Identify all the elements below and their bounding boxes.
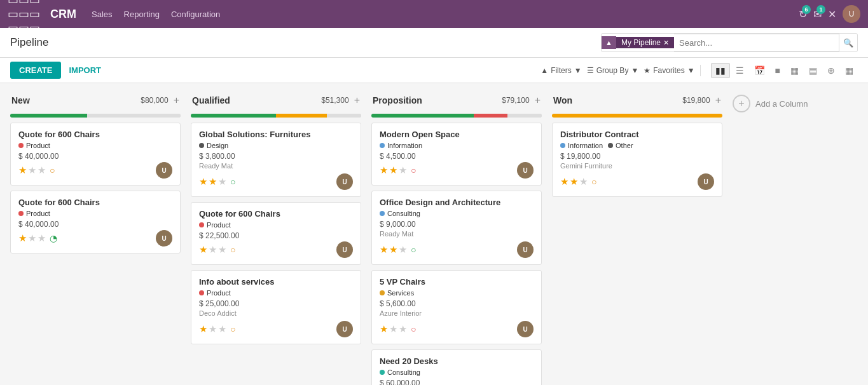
filters-chevron: ▼ xyxy=(574,66,582,75)
card-amount: $ 25,000.00 xyxy=(199,299,353,308)
star-0[interactable]: ★ xyxy=(380,244,388,255)
kanban-col-new: New $80,000 + Quote for 600 Chairs Produ… xyxy=(10,91,181,385)
star-0[interactable]: ★ xyxy=(199,323,207,335)
search-input[interactable] xyxy=(674,34,839,51)
updates-badge: 6 xyxy=(802,5,811,14)
filter-tag-label: My Pipeline xyxy=(621,38,661,47)
card-proposition-0[interactable]: Modern Open Space Information $ 4,500.00… xyxy=(371,123,542,186)
kanban-view-btn[interactable]: ▮▮ xyxy=(711,63,730,78)
star-2[interactable]: ★ xyxy=(38,165,46,176)
user-avatar-btn[interactable]: U xyxy=(843,5,860,23)
star-2[interactable]: ★ xyxy=(218,176,226,187)
updates-icon-btn[interactable]: ↻ 6 xyxy=(799,8,807,20)
star-2[interactable]: ★ xyxy=(38,233,46,244)
star-0[interactable]: ★ xyxy=(199,244,207,255)
app-logo: CRM xyxy=(50,8,76,21)
card-amount: $ 40,000.00 xyxy=(18,152,172,161)
col-header-won: Won $19,800 + xyxy=(552,91,722,110)
groupby-button[interactable]: ☰ Group By ▼ xyxy=(587,66,639,75)
bar-view-btn[interactable]: ▤ xyxy=(804,63,822,78)
card-amount: $ 5,600.00 xyxy=(380,299,534,308)
star-2[interactable]: ★ xyxy=(399,323,407,335)
menu-configuration[interactable]: Configuration xyxy=(171,10,220,19)
star-2[interactable]: ★ xyxy=(399,165,407,176)
messages-icon-btn[interactable]: ✉ 1 xyxy=(813,8,822,20)
col-header-new: New $80,000 + xyxy=(10,91,181,110)
col-add-qualified[interactable]: + xyxy=(354,95,360,106)
favorites-button[interactable]: ★ Favorites ▼ xyxy=(644,66,694,75)
card-stars: ★★★○ xyxy=(18,165,55,176)
tag-dot xyxy=(380,290,385,295)
priority-circle: ○ xyxy=(50,165,55,175)
activity-view-btn[interactable]: ▦ xyxy=(841,63,858,78)
chart-view-btn[interactable]: ▦ xyxy=(786,63,803,78)
star-0[interactable]: ★ xyxy=(18,165,27,176)
card-tag: Product xyxy=(199,289,231,297)
close-icon-btn[interactable]: ✕ xyxy=(828,8,836,20)
priority-circle: ○ xyxy=(230,245,235,255)
star-1[interactable]: ★ xyxy=(209,323,217,335)
card-footer: ★★★○ U xyxy=(380,162,534,179)
progress-bar-new xyxy=(10,114,181,118)
star-1[interactable]: ★ xyxy=(389,165,397,176)
card-amount: $ 40,000.00 xyxy=(18,220,172,229)
star-0[interactable]: ★ xyxy=(199,176,207,187)
card-won-0[interactable]: Distributor Contract Information Other $… xyxy=(552,123,722,197)
card-amount: $ 4,500.00 xyxy=(380,152,534,161)
card-proposition-1[interactable]: Office Design and Architecture Consultin… xyxy=(371,191,542,265)
card-proposition-3[interactable]: Need 20 Desks Consulting $ 60,000.00 ★★★… xyxy=(371,349,542,385)
pivot-view-btn[interactable]: ⊕ xyxy=(823,63,839,78)
import-button[interactable]: IMPORT xyxy=(69,65,101,75)
tag-label: Information xyxy=(568,142,603,149)
toolbar-right: ▲ Filters ▼ ☰ Group By ▼ ★ Favorites ▼ ▮… xyxy=(541,63,858,78)
progress-segment xyxy=(87,114,138,118)
star-1[interactable]: ★ xyxy=(389,244,397,255)
star-0[interactable]: ★ xyxy=(380,323,388,335)
menu-sales[interactable]: Sales xyxy=(92,10,113,19)
add-column-button[interactable]: + Add a Column xyxy=(733,95,808,112)
star-0[interactable]: ★ xyxy=(560,176,568,187)
priority-circle: ○ xyxy=(591,177,596,187)
star-1[interactable]: ★ xyxy=(570,176,578,187)
create-button[interactable]: CREATE xyxy=(10,62,61,79)
menu-reporting[interactable]: Reporting xyxy=(124,10,160,19)
groupby-chevron: ▼ xyxy=(631,66,638,75)
tag-dot xyxy=(18,143,24,148)
card-qualified-2[interactable]: Info about services Product $ 25,000.00 … xyxy=(191,270,361,344)
star-1[interactable]: ★ xyxy=(209,176,217,187)
star-2[interactable]: ★ xyxy=(399,244,407,255)
search-icon[interactable]: 🔍 xyxy=(839,36,857,50)
col-add-won[interactable]: + xyxy=(715,95,721,106)
card-new-0[interactable]: Quote for 600 Chairs Product $ 40,000.00… xyxy=(10,123,181,186)
star-1[interactable]: ★ xyxy=(28,165,36,176)
card-qualified-1[interactable]: Quote for 600 Chairs Product $ 22,500.00… xyxy=(191,202,361,265)
apps-menu-icon[interactable]: ▭▭▭▭▭▭▭▭▭ xyxy=(8,0,40,35)
star-1[interactable]: ★ xyxy=(28,233,36,244)
card-amount: $ 19,800.00 xyxy=(560,152,714,161)
star-2[interactable]: ★ xyxy=(218,323,226,335)
col-add-proposition[interactable]: + xyxy=(535,95,541,106)
top-menu: Sales Reporting Configuration xyxy=(92,10,789,19)
star-0[interactable]: ★ xyxy=(18,233,27,244)
card-footer: ★★★○ U xyxy=(380,241,534,258)
card-footer: ★★★○ U xyxy=(199,173,353,190)
star-1[interactable]: ★ xyxy=(209,244,217,255)
filter-tag-close[interactable]: ✕ xyxy=(663,39,669,47)
card-tag: Product xyxy=(18,210,50,217)
col-add-new[interactable]: + xyxy=(174,95,179,106)
card-tag: Information xyxy=(380,142,422,149)
star-0[interactable]: ★ xyxy=(380,165,388,176)
card-proposition-2[interactable]: 5 VP Chairs Services $ 5,600.00 Azure In… xyxy=(371,270,542,344)
card-new-1[interactable]: Quote for 600 Chairs Product $ 40,000.00… xyxy=(10,191,181,253)
table-view-btn[interactable]: ■ xyxy=(771,63,785,78)
calendar-view-btn[interactable]: 📅 xyxy=(750,63,769,78)
progress-segment xyxy=(138,114,181,118)
card-qualified-0[interactable]: Global Solutions: Furnitures Design $ 3,… xyxy=(191,123,361,197)
star-1[interactable]: ★ xyxy=(389,323,397,335)
star-2[interactable]: ★ xyxy=(218,244,226,255)
progress-bar-proposition xyxy=(371,114,542,118)
list-view-btn[interactable]: ☰ xyxy=(731,63,748,78)
tag-label: Consulting xyxy=(387,368,420,376)
filters-button[interactable]: ▲ Filters ▼ xyxy=(541,66,581,75)
star-2[interactable]: ★ xyxy=(579,176,588,187)
